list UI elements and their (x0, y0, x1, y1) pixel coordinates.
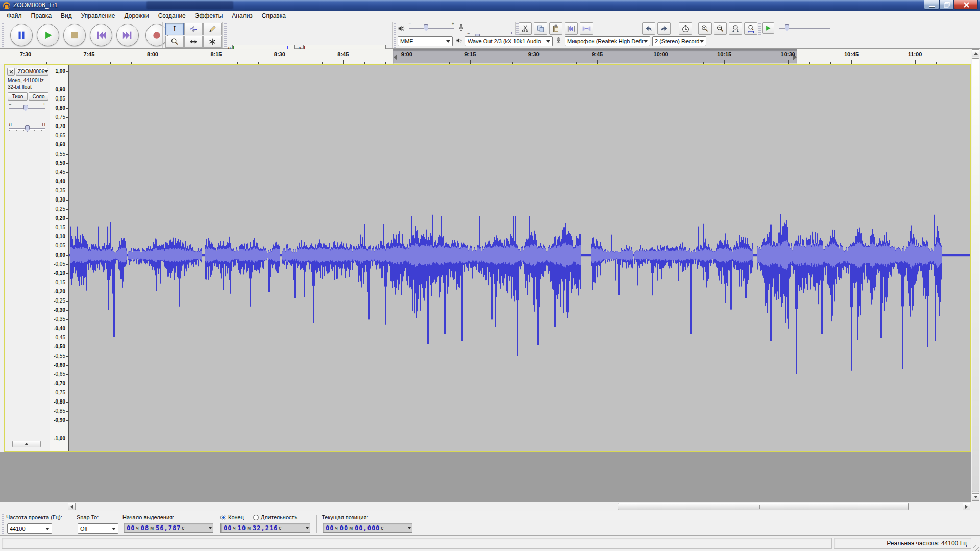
time-field-dropdown-icon[interactable] (207, 523, 213, 532)
menu-item-file[interactable]: Файл (2, 11, 27, 20)
time-field-dropdown-icon[interactable] (406, 523, 412, 532)
menu-item-view[interactable]: Вид (56, 11, 77, 20)
zoom-out-button[interactable] (714, 22, 727, 35)
collapse-arrow-icon (24, 443, 29, 445)
horizontal-scroll-thumb[interactable] (618, 503, 909, 510)
menu-item-analyze[interactable]: Анализ (227, 11, 257, 20)
radio-end[interactable]: Конец (220, 514, 244, 520)
slider-thumb[interactable] (23, 105, 28, 111)
draw-tool-button[interactable] (203, 23, 222, 35)
trim-button[interactable] (565, 22, 578, 35)
scroll-left-button[interactable] (68, 503, 76, 510)
recording-channels-dropdown[interactable]: 2 (Stereo) Record (652, 36, 706, 46)
time-digits[interactable]: 08 (141, 524, 149, 532)
selection-tool-button[interactable]: I (165, 23, 184, 35)
current-position-field[interactable]: 00ч00м00,000с (323, 523, 412, 533)
menu-item-tracks[interactable]: Дорожки (120, 11, 154, 20)
zoom-in-button[interactable] (698, 22, 712, 35)
time-digits[interactable]: 00 (326, 524, 334, 532)
scroll-up-button[interactable] (972, 49, 979, 57)
vertical-amplitude-ruler[interactable]: 1,000,900,850,800,750,700,650,600,550,50… (50, 65, 69, 451)
cut-button[interactable] (519, 22, 532, 35)
redo-button[interactable] (657, 22, 671, 35)
track-close-button[interactable] (7, 68, 15, 76)
time-field-dropdown-icon[interactable] (304, 523, 310, 532)
snap-to-dropdown[interactable]: Off (78, 523, 118, 534)
restore-button[interactable] (939, 0, 954, 10)
paste-button[interactable] (549, 22, 562, 35)
time-digits[interactable]: 00 (224, 524, 232, 532)
background-window-artifact (146, 1, 233, 9)
output-volume-slider[interactable]: −+ (409, 23, 454, 32)
amplitude-label: 0,40 (56, 179, 65, 185)
scroll-down-button[interactable] (972, 493, 979, 501)
track-collapse-button[interactable] (12, 441, 41, 447)
play-at-speed-button[interactable] (762, 22, 774, 34)
slider-thumb[interactable] (25, 125, 30, 132)
slider-thumb[interactable] (785, 24, 789, 31)
resize-grip-icon[interactable] (973, 545, 979, 551)
solo-button[interactable]: Соло (29, 92, 48, 101)
amplitude-label: 0,70 (56, 123, 65, 130)
menu-item-effect[interactable]: Эффекты (190, 11, 228, 20)
time-digits[interactable]: 00 (340, 524, 348, 532)
selection-toolbar-grip[interactable] (2, 513, 4, 534)
menu-item-transport[interactable]: Управление (77, 11, 120, 20)
time-digits[interactable]: 56,787 (156, 524, 181, 532)
mixer-toolbar-grip[interactable] (394, 23, 396, 35)
zoom-tool-button[interactable] (165, 36, 184, 48)
selection-start-field[interactable]: 00ч08м56,787с (124, 523, 213, 533)
time-digits[interactable]: 00 (127, 524, 135, 532)
track-gain-slider[interactable]: −+ (9, 103, 45, 112)
selection-end-field[interactable]: 00ч10м32,216с (220, 523, 310, 533)
undo-button[interactable] (642, 22, 655, 35)
amplitude-label: 0,90 (56, 87, 65, 93)
mute-button[interactable]: Тихо (8, 92, 28, 101)
copy-button[interactable] (534, 22, 547, 35)
record-button[interactable] (145, 24, 168, 46)
recording-device-dropdown[interactable]: Микрофон (Realtek High Defir (565, 36, 650, 46)
minimize-button[interactable] (924, 0, 939, 10)
time-digits[interactable]: 10 (238, 524, 246, 532)
horizontal-scrollbar[interactable] (0, 502, 971, 511)
envelope-tool-button[interactable] (184, 23, 203, 35)
project-rate-dropdown[interactable]: 44100 (7, 523, 52, 534)
silence-button[interactable] (580, 22, 593, 35)
time-shift-tool-button[interactable] (184, 36, 203, 48)
skip-start-button[interactable] (90, 24, 112, 46)
device-toolbar-grip[interactable] (394, 37, 396, 48)
timeline-ruler[interactable]: 7:307:458:008:158:308:459:009:159:309:45… (0, 49, 980, 64)
zoom-fit-button[interactable] (744, 22, 757, 35)
audio-host-dropdown[interactable]: MME (398, 36, 453, 46)
multi-tool-button[interactable] (203, 36, 222, 48)
close-button[interactable] (954, 0, 978, 10)
skip-end-button[interactable] (116, 24, 139, 46)
timeline-tick (809, 62, 810, 64)
amplitude-tick (66, 292, 68, 292)
playback-device-dropdown[interactable]: Wave Out 2/3 (kX 10k1 Audio (465, 36, 553, 46)
menu-item-generate[interactable]: Создание (154, 11, 190, 20)
scroll-right-button[interactable] (963, 503, 970, 510)
track-name-dropdown[interactable]: ZOOM0006 (16, 68, 48, 76)
slider-max-label: П (42, 122, 45, 127)
vertical-scroll-thumb[interactable] (972, 58, 979, 492)
zoom-selection-button[interactable] (729, 22, 742, 35)
waveform-canvas[interactable] (69, 65, 970, 451)
timer-record-button[interactable] (679, 22, 692, 35)
vertical-scrollbar[interactable] (971, 49, 980, 502)
slider-thumb[interactable] (424, 24, 428, 31)
amplitude-label: -0,50 (54, 344, 65, 350)
transcription-toolbar-grip[interactable] (758, 23, 761, 35)
stop-button[interactable] (63, 24, 86, 46)
time-digits[interactable]: 00,000 (355, 524, 380, 532)
track-backing-area[interactable] (0, 452, 971, 502)
radio-length[interactable]: Длительность (253, 514, 297, 520)
waveform-peaks (69, 214, 970, 374)
meter-toolbar-grip[interactable] (224, 23, 227, 47)
track-pan-slider[interactable]: ЛП (9, 123, 45, 133)
menu-item-help[interactable]: Справка (257, 11, 290, 20)
title-bar[interactable]: ZOOM0006_Tr1 (0, 0, 980, 11)
menu-item-edit[interactable]: Правка (27, 11, 57, 20)
time-digits[interactable]: 32,216 (253, 524, 278, 532)
playback-speed-slider[interactable] (779, 23, 830, 32)
